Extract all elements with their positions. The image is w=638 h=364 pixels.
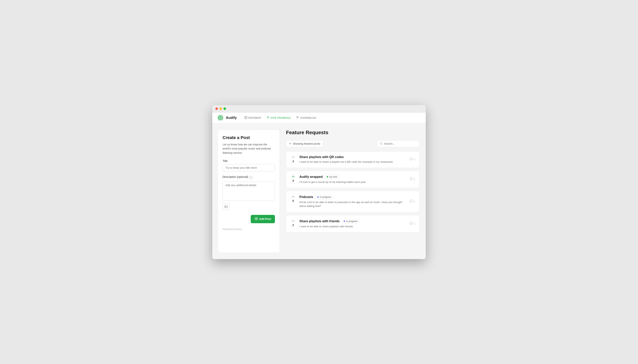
status-dot (327, 176, 328, 178)
vote-count: 4 (292, 179, 294, 182)
post-card: 4 Audify wrapped Up next I'd love to get… (286, 171, 419, 188)
add-post-label: Add Post (259, 218, 271, 220)
status-label: In progress (346, 220, 358, 223)
post-comments[interactable]: 1 (410, 200, 415, 204)
filter-chevron-icon: ▼ (289, 142, 291, 145)
vote-up-button[interactable] (291, 175, 295, 178)
comment-icon (410, 158, 413, 161)
chevron-up-icon (292, 196, 295, 198)
logo-area[interactable]: Audify (217, 114, 237, 121)
post-title-row: Podcasts In progress (299, 195, 406, 199)
comment-count: 1 (414, 158, 415, 161)
svg-point-4 (220, 118, 221, 118)
svg-rect-5 (245, 116, 247, 119)
posts-list: 3 Share playlists with QR codes I want t… (286, 151, 419, 232)
image-upload-area (223, 203, 275, 210)
post-title: Share playlists with friends (299, 220, 340, 223)
nav-link-changelog[interactable]: CHANGELOG (296, 116, 316, 120)
post-card: 2 Share playlists with friends In progre… (286, 215, 419, 232)
post-title: Audify wrapped (299, 175, 323, 178)
post-card: 5 Podcasts In progress It'd be cool to b… (286, 191, 419, 212)
filter-dropdown[interactable]: ▼ Showing Newest posts (286, 140, 323, 147)
chevron-up-icon (292, 220, 295, 222)
search-box (377, 140, 419, 148)
nav-links: ROADMAP GIVE FEEDBACK (245, 116, 316, 120)
browser-chrome (212, 105, 426, 112)
feature-requests-title: Feature Requests (286, 130, 419, 136)
image-icon (224, 205, 228, 208)
vote-count: 2 (292, 224, 294, 227)
svg-rect-13 (225, 206, 228, 208)
post-body: Audify wrapped Up next I'd love to get a… (299, 175, 406, 184)
create-post-description: Let us know how we can improve the world… (223, 142, 275, 155)
description-label-row: Description (optional) ? (223, 175, 275, 180)
nav-feedback-label: GIVE FEEDBACK (271, 116, 291, 119)
post-title: Podcasts (299, 195, 313, 199)
add-post-button[interactable]: Add Post (251, 215, 275, 223)
vote-up-button[interactable] (291, 219, 295, 223)
powered-by: Powered by Noora (223, 228, 275, 230)
vote-up-button[interactable] (291, 195, 295, 198)
navbar: Audify ROADMAP (212, 112, 426, 123)
vote-section: 4 (290, 175, 296, 182)
vote-section: 2 (290, 219, 296, 227)
comment-count: 1 (414, 200, 415, 203)
help-icon[interactable]: ? (249, 176, 252, 179)
post-comments[interactable]: 1 (410, 158, 415, 161)
post-excerpt: I'd love to get a round-up of my listeni… (299, 180, 406, 184)
traffic-light-green[interactable] (224, 108, 226, 110)
search-input[interactable] (384, 142, 417, 145)
create-post-title: Create a Post (223, 135, 275, 140)
create-post-panel: Create a Post Let us know how we can imp… (218, 130, 280, 253)
post-title-row: Share playlists with QR codes (299, 155, 406, 159)
filter-label: Showing Newest posts (293, 142, 320, 145)
audify-logo-icon (217, 114, 224, 121)
status-label: In progress (320, 196, 331, 198)
post-body: Share playlists with QR codes I want to … (299, 155, 406, 164)
status-badge: Up next (325, 175, 339, 179)
post-title-row: Audify wrapped Up next (299, 175, 406, 179)
vote-section: 5 (290, 195, 296, 202)
page-content: Create a Post Let us know how we can imp… (212, 123, 426, 259)
svg-point-10 (268, 118, 268, 119)
nav-link-roadmap[interactable]: ROADMAP (245, 116, 261, 120)
vote-count: 5 (292, 199, 294, 202)
nav-link-give-feedback[interactable]: GIVE FEEDBACK (267, 116, 291, 120)
search-icon (380, 142, 382, 146)
post-title-row: Share playlists with friends In progress (299, 219, 406, 224)
filter-search-row: ▼ Showing Newest posts (286, 140, 419, 148)
logo-text: Audify (226, 116, 237, 120)
description-textarea[interactable] (223, 182, 275, 201)
title-label: Title (223, 160, 275, 162)
post-comments[interactable]: 1 (410, 222, 415, 226)
post-title: Share playlists with QR codes (299, 155, 344, 159)
status-badge: In progress (315, 195, 333, 199)
svg-line-19 (382, 144, 382, 145)
post-excerpt: It'd be cool to be able to listen to pod… (299, 200, 406, 208)
svg-point-14 (225, 206, 226, 206)
chevron-up-icon (292, 176, 295, 178)
comment-count: 1 (414, 222, 415, 225)
post-card: 3 Share playlists with QR codes I want t… (286, 151, 419, 168)
feature-requests-panel: Feature Requests ▼ Showing Newest posts (286, 130, 419, 253)
title-input[interactable] (223, 164, 275, 172)
post-body: Podcasts In progress It'd be cool to be … (299, 195, 406, 208)
nav-roadmap-label: ROADMAP (248, 116, 261, 119)
image-upload-button[interactable] (223, 203, 230, 210)
plus-circle-icon (255, 217, 258, 221)
roadmap-icon (245, 116, 247, 120)
vote-section: 3 (290, 155, 296, 163)
post-body: Share playlists with friends In progress… (299, 219, 406, 228)
comment-icon (410, 222, 413, 226)
traffic-light-yellow[interactable] (219, 108, 222, 110)
vote-up-button[interactable] (291, 155, 295, 159)
status-badge: In progress (341, 219, 360, 224)
comment-icon (410, 200, 413, 204)
vote-count: 3 (292, 160, 294, 163)
traffic-light-red[interactable] (215, 108, 218, 110)
svg-point-8 (267, 116, 269, 118)
comment-count: 1 (414, 178, 415, 181)
status-label: Up next (329, 176, 337, 178)
post-comments[interactable]: 1 (410, 178, 415, 181)
status-dot (317, 196, 319, 198)
